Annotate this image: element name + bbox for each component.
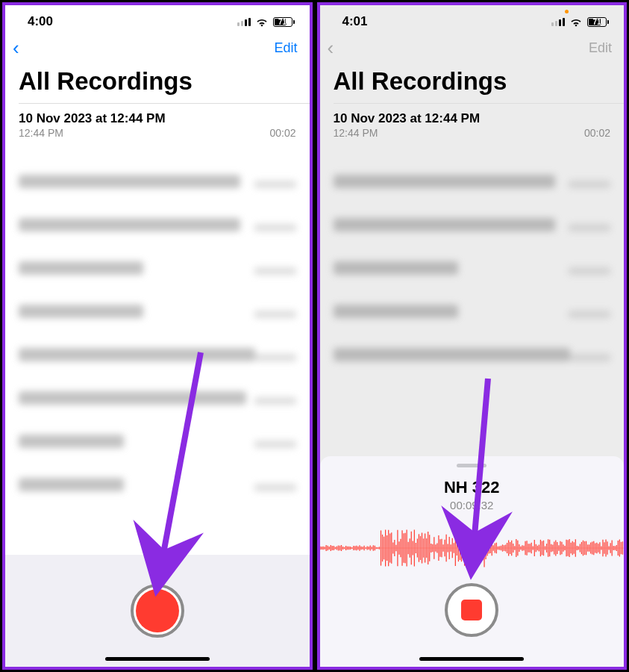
home-indicator — [105, 657, 210, 661]
status-bar: 4:00 71 — [5, 5, 310, 32]
status-right-cluster: 71 — [237, 17, 295, 27]
status-time: 4:00 — [28, 14, 53, 29]
status-bar: 4:01 71 — [320, 5, 625, 32]
record-button[interactable] — [131, 584, 184, 638]
nav-bar: ‹ Edit — [5, 32, 310, 63]
stop-square-icon — [461, 600, 482, 620]
edit-button[interactable]: Edit — [589, 40, 612, 56]
edit-button[interactable]: Edit — [274, 40, 297, 56]
wifi-icon — [255, 17, 269, 27]
phone-left-screenshot: 4:00 71 ‹ Edit All Recordings 10 Nov 202… — [2, 2, 313, 670]
recording-indicator-dot-icon — [565, 10, 569, 13]
active-recording-name: NH 322 — [444, 478, 500, 497]
recording-time: 12:44 PM — [19, 127, 63, 139]
recording-sheet[interactable]: NH 322 00:09.32 — [320, 456, 625, 667]
cellular-signal-icon — [237, 17, 251, 26]
phone-right-screenshot: 4:01 71 ‹ Edit All Recordings 10 Nov 202… — [317, 2, 628, 670]
sheet-grabber-icon[interactable] — [457, 464, 486, 467]
status-time: 4:01 — [342, 14, 368, 29]
wifi-icon — [569, 17, 583, 27]
battery-icon: 71 — [273, 17, 295, 27]
recording-title: 10 Nov 2023 at 12:44 PM — [334, 111, 611, 126]
recording-item-selected[interactable]: 10 Nov 2023 at 12:44 PM 12:44 PM 00:02 — [5, 104, 310, 145]
status-right-cluster: 71 — [551, 17, 609, 27]
active-recording-elapsed: 00:09.32 — [450, 499, 493, 511]
back-button[interactable]: ‹ — [13, 37, 19, 60]
back-button[interactable]: ‹ — [328, 37, 334, 60]
cellular-signal-icon — [551, 17, 565, 26]
recording-time: 12:44 PM — [334, 127, 378, 139]
recording-item-selected[interactable]: 10 Nov 2023 at 12:44 PM 12:44 PM 00:02 — [320, 104, 625, 145]
battery-icon: 71 — [587, 17, 609, 27]
recording-list-redacted — [5, 145, 310, 509]
footer-toolbar — [5, 555, 310, 667]
recording-list-redacted — [320, 145, 625, 379]
recording-title: 10 Nov 2023 at 12:44 PM — [19, 111, 296, 126]
page-title: All Recordings — [320, 63, 625, 103]
record-circle-icon — [136, 589, 179, 632]
nav-bar: ‹ Edit — [320, 32, 625, 63]
home-indicator — [419, 657, 524, 661]
recording-duration: 00:02 — [269, 127, 295, 139]
waveform-icon — [320, 526, 625, 570]
stop-button[interactable] — [445, 583, 498, 637]
recording-duration: 00:02 — [584, 127, 610, 139]
page-title: All Recordings — [5, 63, 310, 103]
